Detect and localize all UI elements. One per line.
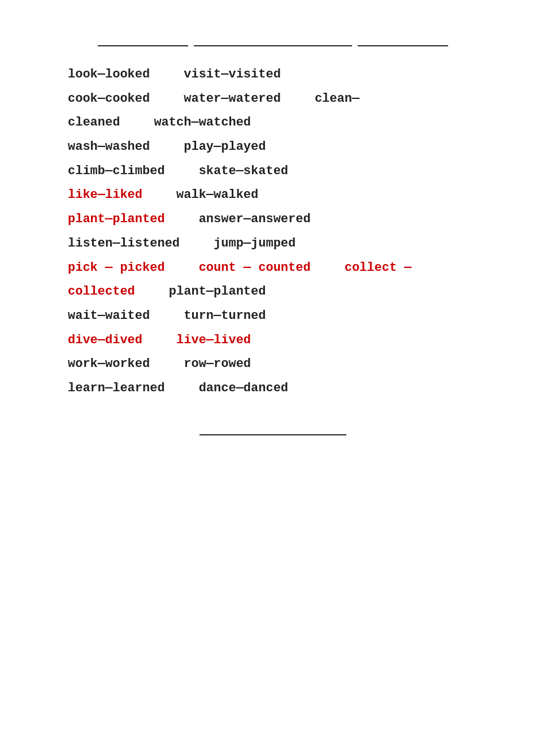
word-pair-line-13: work—worked row—rowed [68, 353, 477, 376]
pair-like-liked: like—liked [68, 184, 142, 207]
pair-play-played: play—played [184, 136, 266, 159]
pair-live-lived: live—lived [176, 329, 251, 352]
word-pair-line-6: like—liked walk—walked [68, 184, 477, 207]
bottom-line-bar [199, 434, 346, 435]
pair-dance-danced: dance—danced [199, 377, 288, 400]
top-line-left [98, 45, 188, 46]
pair-dive-dived: dive—dived [68, 329, 142, 352]
word-pair-line-2: cook—cooked water—watered clean— [68, 88, 477, 111]
pair-skate-skated: skate—skated [199, 160, 288, 183]
pair-plant-planted-red: plant—planted [68, 208, 165, 231]
word-pair-line-9: pick — picked count — counted collect — [68, 257, 477, 280]
pair-clean-linebreak: clean— [315, 88, 359, 111]
word-pair-line-1: look—looked visit—visited [68, 63, 477, 87]
pair-wash-washed: wash—washed [68, 136, 150, 159]
word-pair-line-14: learn—learned dance—danced [68, 377, 477, 400]
pair-wait-waited: wait—waited [68, 305, 150, 328]
pair-work-worked: work—worked [68, 353, 150, 376]
pair-climb-climbed: climb—climbed [68, 160, 165, 183]
page: look—looked visit—visited cook—cooked wa… [0, 0, 534, 756]
word-cleaned: cleaned [68, 111, 120, 135]
word-pair-line-10: collected plant—planted [68, 280, 477, 304]
bottom-decorative-line [68, 434, 477, 435]
pair-plant-planted-black: plant—planted [169, 280, 266, 304]
pair-collect-linebreak: collect — [345, 257, 412, 280]
top-line-middle [194, 45, 352, 46]
pair-visit-visited: visit—visited [184, 63, 281, 87]
pair-count-counted: count — counted [199, 257, 311, 280]
top-line-right [358, 45, 448, 46]
word-pair-line-4: wash—washed play—played [68, 136, 477, 159]
pair-listen-listened: listen—listened [68, 232, 180, 256]
pair-answer-answered: answer—answered [199, 208, 311, 231]
word-pair-line-5: climb—climbed skate—skated [68, 160, 477, 183]
pair-watch-watched: watch—watched [154, 111, 251, 135]
pair-water-watered: water—watered [184, 88, 281, 111]
word-pair-line-12: dive—dived live—lived [68, 329, 477, 352]
pair-row-rowed: row—rowed [184, 353, 251, 376]
word-pair-line-8: listen—listened jump—jumped [68, 232, 477, 256]
pair-turn-turned: turn—turned [184, 305, 266, 328]
pair-look-looked: look—looked [68, 63, 150, 87]
word-pair-line-3: cleaned watch—watched [68, 111, 477, 135]
pair-pick-picked: pick — picked [68, 257, 165, 280]
word-pairs-content: look—looked visit—visited cook—cooked wa… [68, 63, 477, 400]
pair-learn-learned: learn—learned [68, 377, 165, 400]
pair-walk-walked: walk—walked [176, 184, 258, 207]
word-pair-line-11: wait—waited turn—turned [68, 305, 477, 328]
pair-cook-cooked: cook—cooked [68, 88, 150, 111]
word-pair-line-7: plant—planted answer—answered [68, 208, 477, 231]
word-collected: collected [68, 280, 135, 304]
top-decorative-line [68, 45, 477, 46]
pair-jump-jumped: jump—jumped [214, 232, 296, 256]
